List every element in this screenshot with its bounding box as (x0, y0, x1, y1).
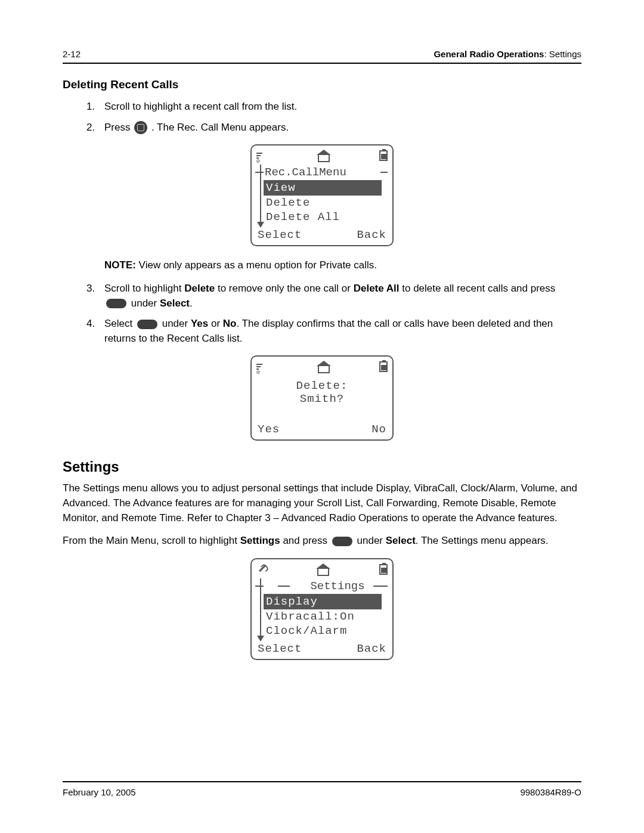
menu-item-delete: Delete (264, 196, 388, 210)
settings-icon (254, 562, 269, 577)
signal-icon: ⊘ (256, 151, 268, 160)
battery-icon (379, 564, 388, 575)
menu-item-vibracall: Vibracall:On (264, 609, 388, 624)
menu-title: Settings (286, 580, 364, 593)
step-1: 1.Scroll to highlight a recent call from… (104, 100, 581, 114)
step-2: 2. Press . The Rec. Call Menu appears. (104, 120, 581, 135)
softkey-button-icon (106, 299, 126, 308)
footer-doc-number: 9980384R89-O (520, 787, 581, 797)
scroll-down-icon (257, 222, 264, 228)
confirm-line-2: Smith? (252, 392, 392, 405)
menu-button-icon (134, 121, 147, 134)
settings-paragraph-1: The Settings menu allows you to adjust p… (63, 481, 581, 525)
home-icon (317, 564, 329, 575)
menu-item-clock-alarm: Clock/Alarm (264, 624, 388, 638)
menu-item-display: Display (264, 594, 382, 609)
page-number: 2-12 (63, 49, 80, 59)
softkey-left: Select (258, 228, 302, 241)
settings-paragraph-2: From the Main Menu, scroll to highlight … (63, 534, 581, 549)
softkey-right: Back (357, 228, 386, 241)
home-icon (318, 361, 330, 372)
signal-icon: ⊘ (256, 363, 268, 371)
footer-date: February 10, 2005 (63, 787, 136, 797)
softkey-left: Yes (258, 423, 280, 436)
menu-item-delete-all: Delete All (264, 210, 388, 224)
softkey-button-icon (332, 537, 352, 546)
chapter-title: General Radio Operations: Settings (434, 49, 581, 59)
softkey-right: Back (357, 642, 386, 655)
battery-icon (379, 361, 388, 372)
confirm-line-1: Delete: (252, 379, 392, 392)
step-3: 3. Scroll to highlight Delete to remove … (104, 281, 581, 311)
scroll-down-icon (257, 636, 264, 642)
softkey-right: No (371, 423, 386, 436)
lcd-screen-rec-call-menu: ⊘ Rec.CallMenu View Delete Delete All Se… (250, 144, 394, 246)
page-header: 2-12 General Radio Operations: Settings (63, 49, 581, 64)
lcd-screen-settings: Settings Display Vibracall:On Clock/Alar… (250, 558, 394, 660)
battery-icon (379, 150, 388, 161)
section-heading-deleting: Deleting Recent Calls (63, 78, 581, 91)
home-icon (318, 150, 330, 161)
section-heading-settings: Settings (63, 459, 581, 475)
menu-title: Rec.CallMenu (264, 166, 346, 179)
softkey-button-icon (137, 320, 157, 329)
menu-item-view: View (264, 180, 382, 196)
page-footer: February 10, 2005 9980384R89-O (63, 781, 581, 797)
step-4: 4. Select under Yes or No. The display c… (104, 317, 581, 346)
note-text: NOTE: View only appears as a menu option… (63, 258, 581, 273)
lcd-screen-delete-confirm: ⊘ Delete: Smith? Yes No (250, 355, 394, 441)
softkey-left: Select (258, 642, 302, 655)
